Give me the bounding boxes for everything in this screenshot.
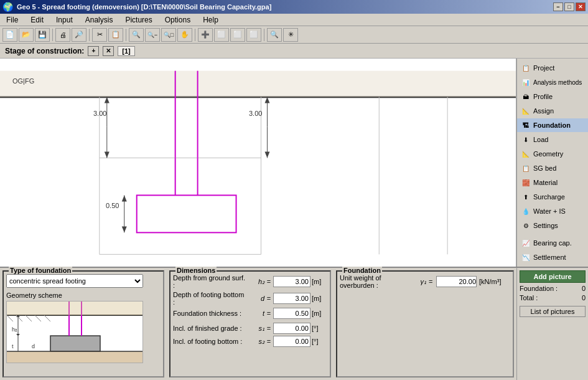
right-info-panel: Add picture Foundation : 0 Total : 0 Lis… [516,268,588,380]
svg-line-38 [26,315,32,321]
bottom-panel: Type of foundation concentric spread foo… [0,267,588,380]
new-file-button[interactable]: 📄 [2,28,17,42]
add-stage-button[interactable]: + [88,46,99,56]
dim-row-s1: Incl. of finished grade : s₁ = [°] [173,323,327,334]
panel-label-sgbed: SG bed [533,164,556,172]
copy-button[interactable]: 📋 [108,28,123,42]
settlement-icon: 📉 [521,252,531,262]
view2-button[interactable]: ⬜ [230,28,245,42]
dim-h2-unit: [m] [312,278,327,285]
svg-line-40 [44,315,50,321]
menu-options[interactable]: Options [161,14,194,26]
material-icon: 🧱 [521,178,531,188]
stage-tab-1[interactable]: [1] [118,46,134,56]
zoom-out-button[interactable]: 🔍− [145,28,160,42]
menu-analysis[interactable]: Analysis [82,14,117,26]
dim-s1-input[interactable] [273,323,310,334]
svg-rect-1 [0,71,516,97]
dimensions-label: Dimensions [175,267,217,274]
canvas-area: OG|FG 3.00 3.00 0.50 [0,59,516,267]
print-button[interactable]: 🖨 [55,28,70,42]
found-gamma-var: γ₁ [409,278,426,286]
dim-s2-input[interactable] [273,336,310,347]
close-button[interactable]: ✕ [576,2,586,11]
found-gamma-unit: [kN/m³] [479,278,510,285]
panel-label-analysis: Analysis methods [533,79,582,86]
dim-d-input[interactable] [273,293,310,304]
panel-item-bearingcap[interactable]: 📈 Bearing cap. [517,236,588,250]
panel-item-settlement[interactable]: 📉 Settlement [517,250,588,264]
panel-item-geometry[interactable]: 📐 Geometry [517,147,588,161]
found-gamma-eq: = [429,278,434,285]
dim-d-unit: [m] [312,295,327,302]
menu-input[interactable]: Input [52,14,77,26]
total-count-value: 0 [582,294,586,302]
dim-h2-var: h₂ [249,278,264,286]
dim-d-eq: = [266,295,272,302]
zoom-fit-button[interactable]: 🔍□ [161,28,176,42]
add-picture-button[interactable]: Add picture [520,270,586,283]
panel-label-profile: Profile [533,93,553,100]
right-panel: 📋 Project 📊 Analysis methods 🏔 Profile 📐… [516,59,588,267]
list-pictures-button[interactable]: List of pictures [520,306,586,317]
panel-item-assign[interactable]: 📐 Assign [517,104,588,118]
panel-item-project[interactable]: 📋 Project [517,61,588,75]
zoom-in-button[interactable]: 🔍 [129,28,144,42]
maximize-button[interactable]: □ [564,2,574,11]
canvas-dim1-label: 3.00 [93,110,106,117]
svg-rect-35 [7,302,143,315]
search-button[interactable]: 🔍 [267,28,282,42]
minimize-button[interactable]: − [553,2,563,11]
menu-file[interactable]: File [2,14,22,26]
dim-t-unit: [m] [312,310,327,317]
dim-row-d: Depth of footing bottom : d = [m] [173,291,327,306]
add-point-button[interactable]: ➕ [198,28,213,42]
star-button[interactable]: ✳ [283,28,298,42]
print-preview-button[interactable]: 🔎 [72,28,86,42]
foundation-type-select[interactable]: concentric spread footing eccentric spre… [6,274,143,288]
panel-item-sgbed[interactable]: 📋 SG bed [517,161,588,175]
assign-icon: 📐 [521,106,531,116]
settings-icon: ⚙ [521,221,531,230]
found-gamma-input[interactable] [436,276,477,287]
svg-text:h₂: h₂ [12,326,17,333]
dim-t-input[interactable] [273,308,310,319]
remove-stage-button[interactable]: ✕ [103,46,114,56]
svg-marker-23 [122,226,127,232]
foundation-type-label: Type of foundation [9,267,72,274]
panel-item-analysis[interactable]: 📊 Analysis methods [517,75,588,89]
total-count-row: Total : 0 [520,294,586,302]
panel-item-foundation[interactable]: 🏗 Foundation [517,118,588,132]
pan-button[interactable]: ✋ [177,28,192,42]
dim-h2-input[interactable] [273,276,310,287]
cut-button[interactable]: ✂ [92,28,107,42]
dimensions-section: Dimensions Depth from ground surf. : h₂ … [169,270,331,378]
menu-pictures[interactable]: Pictures [121,14,156,26]
foundation-count-row: Foundation : 0 [520,285,586,292]
project-icon: 📋 [521,63,531,73]
geometry-scheme-label: Geometry scheme [6,292,161,299]
menu-help[interactable]: Help [199,14,222,26]
title-bar-buttons: − □ ✕ [553,2,586,11]
panel-item-load[interactable]: ⬇ Load [517,133,588,146]
panel-label-surcharge: Surcharge [533,193,565,201]
foundation-count-label: Foundation : [520,285,558,292]
svg-marker-16 [105,152,110,158]
geometry-icon: 📐 [521,149,531,159]
analysis-icon: 📊 [521,77,531,87]
view1-button[interactable]: ⬜ [214,28,229,42]
panel-item-settings[interactable]: ⚙ Settings [517,219,588,232]
dim-d-var: d [249,295,264,302]
open-file-button[interactable]: 📂 [19,28,34,42]
panel-item-wateris[interactable]: 💧 Water + IS [517,204,588,218]
foundation-type-section: Type of foundation concentric spread foo… [2,270,164,378]
panel-item-profile[interactable]: 🏔 Profile [517,90,588,103]
save-file-button[interactable]: 💾 [35,28,50,42]
dim-s2-unit: [°] [312,338,327,345]
view3-button[interactable]: ⬜ [246,28,261,42]
menu-edit[interactable]: Edit [27,14,47,26]
dim-t-var: t [249,310,264,317]
panel-label-geometry: Geometry [533,150,563,158]
panel-item-material[interactable]: 🧱 Material [517,176,588,189]
panel-item-surcharge[interactable]: ⬆ Surcharge [517,190,588,204]
